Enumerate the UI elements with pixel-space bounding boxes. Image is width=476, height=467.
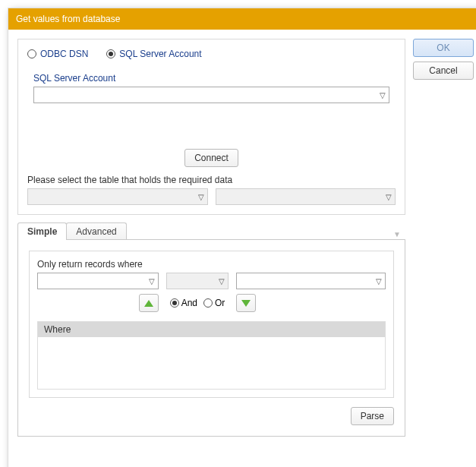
cancel-button[interactable]: Cancel [413,62,474,80]
filter-row: ▽ ▽ ▽ [37,273,386,289]
radio-icon [170,298,179,308]
radio-odbc-label: ODBC DSN [40,49,88,59]
logic-row: And Or [37,294,386,312]
tab-advanced[interactable]: Advanced [66,222,126,240]
arrow-up-icon [144,300,153,307]
account-field-group: SQL Server Account ▽ [27,73,396,103]
tab-simple[interactable]: Simple [17,222,67,240]
connect-row: Connect [27,149,396,167]
filter-panel: Only return records where ▽ ▽ ▽ [29,251,394,398]
radio-sql-label: SQL Server Account [119,49,201,59]
radio-icon [203,298,213,308]
tab-simple-body: Only return records where ▽ ▽ ▽ [17,239,405,437]
dialog-window: Get values from database ODBC DSN SQL Se… [8,8,476,467]
chevron-down-icon: ▽ [380,91,386,99]
radio-and[interactable]: And [170,298,197,308]
chevron-down-icon: ▽ [386,193,392,201]
radio-or-label: Or [215,298,225,308]
sql-account-select[interactable]: ▽ [33,87,389,103]
filter-operator-select[interactable]: ▽ [166,273,229,289]
tab-bar: Simple Advanced ▼ [17,222,405,240]
chevron-down-icon: ▽ [149,277,155,286]
titlebar: Get values from database [8,8,476,30]
table-select-prompt: Please select the table that holds the r… [27,175,396,185]
filter-heading: Only return records where [37,259,386,270]
table-select[interactable]: ▽ [216,188,396,205]
radio-odbc-dsn[interactable]: ODBC DSN [27,49,88,59]
parse-button[interactable]: Parse [351,407,394,425]
move-up-button[interactable] [139,294,159,312]
account-field-label: SQL Server Account [33,73,389,84]
filter-field-select[interactable]: ▽ [37,273,159,289]
radio-and-label: And [181,298,197,308]
action-column: OK Cancel [413,39,474,455]
connect-button[interactable]: Connect [184,149,238,167]
move-down-button[interactable] [236,294,256,312]
table-selects-row: ▽ ▽ [27,188,396,205]
connection-panel: ODBC DSN SQL Server Account SQL Server A… [17,39,405,215]
chevron-down-icon: ▽ [198,193,204,201]
radio-or[interactable]: Or [203,298,225,308]
ok-button[interactable]: OK [413,39,474,57]
radio-icon [27,49,36,58]
filter-value-select[interactable]: ▽ [236,273,386,289]
radio-sql-server-account[interactable]: SQL Server Account [106,49,201,59]
dialog-body: ODBC DSN SQL Server Account SQL Server A… [8,30,476,464]
radio-icon [106,49,115,58]
arrow-down-icon [241,300,251,307]
connection-type-radios: ODBC DSN SQL Server Account [27,49,396,59]
window-title: Get values from database [16,14,120,24]
tab-footer: Parse [29,398,394,425]
where-header: Where [38,322,385,337]
main-column: ODBC DSN SQL Server Account SQL Server A… [17,39,405,455]
chevron-down-icon: ▽ [376,277,382,286]
chevron-down-icon: ▽ [219,277,225,286]
query-tabs: Simple Advanced ▼ Only return records wh… [17,222,405,437]
tab-expand-icon[interactable]: ▼ [389,229,405,240]
schema-select[interactable]: ▽ [27,188,208,205]
logic-radios: And Or [166,298,229,308]
where-clause-box: Where [37,321,386,390]
